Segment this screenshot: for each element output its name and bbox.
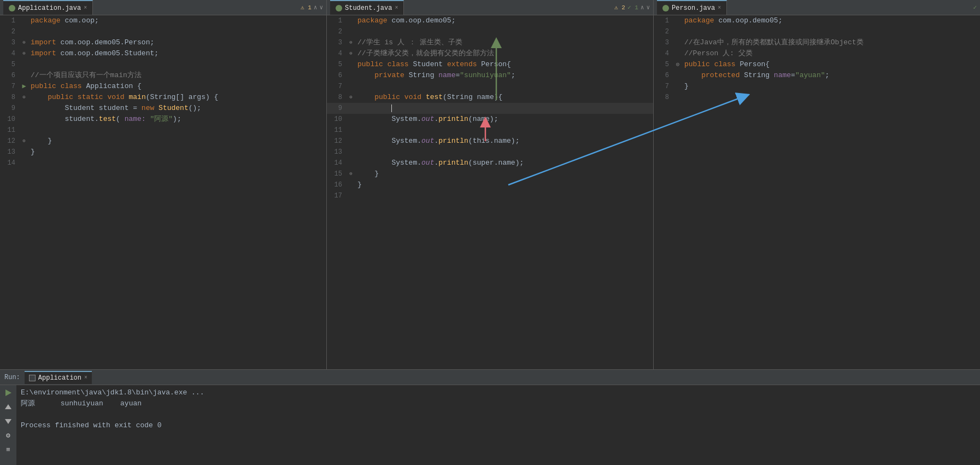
gutter — [347, 190, 355, 201]
editor-area: Application.java × ⚠ 1 ∧ ∨ 1 package com… — [0, 0, 980, 369]
gutter — [673, 48, 682, 59]
table-row: 16 } — [327, 179, 653, 190]
gutter-fold[interactable]: ⊖ — [347, 92, 355, 103]
line-code: //在Java中，所有的类都默认直接或间接继承Object类 — [682, 37, 980, 48]
gutter-fold[interactable]: ⊖ — [347, 37, 355, 48]
line-code: //学生 is 人 ： 派生类、子类 — [355, 37, 653, 48]
table-row: 5 ⊙ public class Person{ — [654, 59, 980, 70]
run-tab-close[interactable]: × — [84, 375, 87, 381]
table-row: 10 System.out.println(name); — [327, 114, 653, 125]
gutter — [347, 70, 355, 81]
tab-icon-student — [336, 5, 342, 11]
line-num: 2 — [0, 26, 20, 37]
tab-close-application[interactable]: × — [84, 5, 87, 11]
line-code: public class Student extends Person{ — [355, 59, 653, 70]
tab-student-java[interactable]: Student.java × — [330, 0, 404, 15]
line-code — [355, 26, 653, 37]
line-num: 14 — [0, 158, 20, 168]
line-code — [355, 81, 653, 92]
line-num: 8 — [327, 92, 347, 103]
table-row: 7 ▶ public class Application { — [0, 81, 326, 92]
line-code — [28, 158, 326, 168]
svg-marker-4 — [5, 404, 11, 409]
table-row: 5 public class Student extends Person{ — [327, 59, 653, 70]
line-num: 8 — [654, 92, 673, 103]
line-num: 4 — [327, 48, 347, 59]
line-code: //子类继承父类，就会拥有父类的全部方法 — [355, 48, 653, 59]
tab-close-student[interactable]: × — [395, 5, 398, 11]
gutter — [20, 158, 28, 168]
gutter-fold[interactable]: ⊖ — [20, 37, 28, 48]
gutter — [347, 147, 355, 158]
line-code: public static void main(String[] args) { — [28, 92, 326, 103]
table-row: 1 package com.oop.demo05; — [327, 15, 653, 26]
table-row: 6 //一个项目应该只有一个main方法 — [0, 70, 326, 81]
line-code: Student student = new Student(); — [28, 103, 326, 114]
line-code — [28, 125, 326, 136]
scroll-up-button[interactable] — [3, 402, 14, 412]
line-code: public class Person{ — [682, 59, 980, 70]
line-code: } — [355, 168, 653, 179]
line-num: 2 — [327, 26, 347, 37]
nav-down-2[interactable]: ∨ — [646, 4, 650, 11]
gutter-fold[interactable]: ⊖ — [20, 136, 28, 147]
tab-application-java[interactable]: Application.java × — [3, 0, 93, 15]
scroll-down-button[interactable] — [3, 416, 14, 427]
nav-up-2[interactable]: ∧ — [641, 4, 644, 11]
settings-button[interactable]: ⚙ — [3, 430, 14, 441]
table-row: 7 — [327, 81, 653, 92]
table-row: 9 — [327, 103, 653, 114]
line-num: 11 — [327, 125, 347, 136]
line-code: import com.oop.demo05.Student; — [28, 48, 326, 59]
gutter-lens[interactable]: ⊙ — [673, 59, 682, 70]
line-code: } — [28, 147, 326, 158]
line-num: 3 — [327, 37, 347, 48]
nav-down-1[interactable]: ∨ — [319, 4, 323, 11]
gutter — [673, 81, 682, 92]
line-num: 4 — [654, 48, 673, 59]
list-button[interactable]: ≡ — [3, 444, 14, 455]
pane2-code-content[interactable]: 1 package com.oop.demo05; 2 3 ⊖ //学生 is … — [327, 15, 653, 369]
gutter-fold[interactable]: ⊖ — [347, 48, 355, 59]
line-num: 9 — [0, 103, 20, 114]
line-num: 16 — [327, 179, 347, 190]
table-row: 8 — [654, 92, 980, 103]
check-badge-1: ✓ 1 — [627, 4, 638, 11]
table-row: 1 package com.oop; — [0, 15, 326, 26]
line-code: System.out.println(this.name); — [355, 136, 653, 147]
line-num: 8 — [0, 92, 20, 103]
run-gutter[interactable]: ▶ — [20, 81, 28, 92]
tab-label-student: Student.java — [345, 4, 392, 12]
line-code: student.test( name: "阿源"); — [28, 114, 326, 125]
gutter-fold[interactable]: ⊖ — [20, 48, 28, 59]
gutter-fold[interactable]: ⊖ — [347, 168, 355, 179]
gutter — [347, 158, 355, 168]
line-num: 10 — [0, 114, 20, 125]
run-button[interactable] — [3, 387, 14, 398]
table-row: 10 student.test( name: "阿源"); — [0, 114, 326, 125]
line-code: } — [355, 179, 653, 190]
editor-pane-student: Student.java × ⚠ 2 ✓ 1 ∧ ∨ 1 package com… — [327, 0, 654, 369]
table-row: 15 ⊖ } — [327, 168, 653, 179]
line-code: //Person 人: 父类 — [682, 48, 980, 59]
line-num: 1 — [327, 15, 347, 26]
pane1-code-content[interactable]: 1 package com.oop; 2 3 ⊖ import com.oop.… — [0, 15, 326, 369]
pane3-code-content[interactable]: 1 package com.oop.demo05; 2 3 //在Java中，所… — [654, 15, 980, 369]
warning-badge-2: ⚠ 2 — [614, 4, 625, 11]
editor-pane-application: Application.java × ⚠ 1 ∧ ∨ 1 package com… — [0, 0, 327, 369]
gutter-fold[interactable]: ⊖ — [20, 92, 28, 103]
gutter — [20, 103, 28, 114]
console-line: 阿源 sunhuiyuan ayuan — [21, 398, 976, 409]
line-code: package com.oop.demo05; — [682, 15, 980, 26]
tab-person-java[interactable]: Person.java × — [657, 0, 727, 15]
line-num: 4 — [0, 48, 20, 59]
run-tab-application[interactable]: Application × — [25, 371, 92, 384]
gutter — [347, 81, 355, 92]
line-code: System.out.println(super.name); — [355, 158, 653, 168]
table-row: 2 — [0, 26, 326, 37]
bottom-content: ⚙ ≡ E:\environment\java\jdk1.8\bin\java.… — [0, 385, 980, 465]
gutter — [20, 125, 28, 136]
nav-up-1[interactable]: ∧ — [314, 4, 318, 11]
table-row: 4 //Person 人: 父类 — [654, 48, 980, 59]
tab-close-person[interactable]: × — [718, 5, 721, 11]
